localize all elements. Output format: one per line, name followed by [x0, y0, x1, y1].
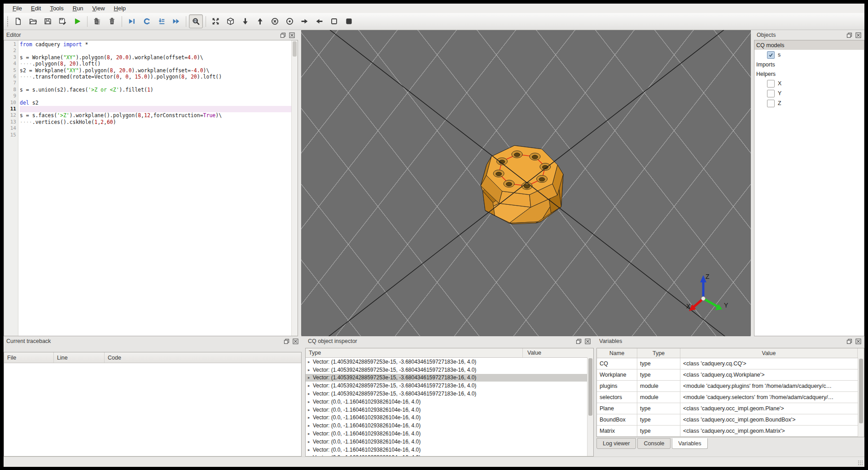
traceback-column-file[interactable]: File — [4, 352, 54, 363]
tree-group-imports[interactable]: Imports — [754, 60, 864, 69]
resize-grip[interactable] — [858, 460, 863, 466]
expand-arrow-icon[interactable]: ▸ — [308, 360, 313, 364]
inspector-row[interactable]: ▸Vector: (0.0, -1.1604610293826104e-16, … — [306, 398, 593, 406]
code-line[interactable]: 8s = s.union(s2).faces('>Z or <Z').fille… — [4, 87, 291, 93]
inspector-row[interactable]: ▸Vector: (0.0, -1.1604610293826104e-16, … — [306, 414, 593, 422]
toolbar-handle[interactable] — [6, 16, 9, 27]
expand-arrow-icon[interactable]: ▸ — [308, 383, 313, 388]
menu-edit[interactable]: Edit — [26, 4, 45, 13]
tab-console[interactable]: Console — [637, 438, 671, 449]
variable-row-cq[interactable]: CQtype<class 'cadquery.cq.CQ'> — [597, 358, 864, 369]
expand-arrow-icon[interactable]: ▸ — [308, 415, 313, 420]
close-icon[interactable] — [584, 338, 591, 345]
menu-run[interactable]: Run — [68, 4, 88, 13]
menu-tools[interactable]: Tools — [45, 4, 68, 13]
code-line[interactable]: 12s = s.faces('>Z').workplane().polygon(… — [4, 112, 291, 119]
expand-arrow-icon[interactable]: ▸ — [308, 400, 313, 404]
step-into-button[interactable] — [154, 14, 168, 28]
traceback-column-line[interactable]: Line — [54, 352, 105, 363]
screenshot-button[interactable] — [189, 14, 203, 28]
front-view-button[interactable] — [268, 14, 282, 28]
tree-item-s[interactable]: s — [754, 50, 864, 60]
splitter[interactable] — [751, 30, 754, 336]
inspector-scrollbar[interactable] — [587, 357, 593, 456]
float-icon[interactable] — [575, 338, 582, 345]
variable-row-plugins[interactable]: pluginsmodule<module 'cadquery.plugins' … — [597, 381, 864, 392]
tree-group-cq-models[interactable]: CQ models — [754, 40, 864, 50]
step-button[interactable] — [140, 14, 153, 28]
continue-button[interactable] — [169, 14, 183, 28]
tab-log-viewer[interactable]: Log viewer — [596, 438, 636, 449]
expand-arrow-icon[interactable]: ▸ — [308, 368, 313, 372]
viewport-3d[interactable]: Z X Y — [301, 30, 751, 336]
variable-row-plane[interactable]: Planetype<class 'cadquery.occ_impl.geom.… — [597, 403, 864, 414]
float-icon[interactable] — [846, 32, 853, 39]
code-line[interactable]: 3s = Workplane("XY").polygon(8, 20.0).wo… — [4, 54, 291, 61]
code-line[interactable]: 14 — [4, 125, 291, 132]
editor-scrollbar[interactable] — [291, 40, 298, 336]
expand-arrow-icon[interactable]: ▸ — [308, 455, 313, 456]
inspector-row[interactable]: ▸Vector: (1.4053924288597253e-15, -3.680… — [306, 374, 593, 382]
code-line[interactable]: 4····.polygon(8, 20).loft() — [4, 61, 291, 67]
float-icon[interactable] — [280, 32, 286, 39]
tab-variables[interactable]: Variables — [672, 438, 707, 449]
checkbox-unchecked[interactable] — [767, 90, 775, 97]
inspector-row[interactable]: ▸Vector: (1.4053924288597253e-15, -3.680… — [306, 382, 593, 390]
inspector-row[interactable]: ▸Vector: (1.4053924288597253e-15, -3.680… — [306, 366, 593, 374]
tree-item-z[interactable]: Z — [754, 98, 864, 108]
menu-file[interactable]: File — [8, 4, 26, 13]
code-line[interactable]: 10del s2 — [4, 100, 291, 106]
close-icon[interactable] — [855, 338, 862, 345]
variable-row-boundbox[interactable]: BoundBoxtype<class 'cadquery.occ_impl.ge… — [597, 414, 864, 426]
save-button[interactable] — [41, 14, 55, 28]
expand-arrow-icon[interactable]: ▸ — [308, 448, 313, 452]
close-icon[interactable] — [292, 338, 299, 345]
float-icon[interactable] — [846, 338, 853, 345]
menu-help[interactable]: Help — [110, 4, 131, 13]
fit-view-button[interactable] — [209, 14, 223, 28]
iso-view-button[interactable] — [224, 14, 237, 28]
expand-arrow-icon[interactable]: ▸ — [308, 423, 313, 428]
left-view-button[interactable] — [312, 14, 326, 28]
back-view-button[interactable] — [283, 14, 297, 28]
variables-column-name[interactable]: Name — [597, 348, 637, 358]
right-view-button[interactable] — [298, 14, 311, 28]
float-icon[interactable] — [283, 338, 290, 345]
inspector-row[interactable]: ▸Vector: (1.4053924288597253e-15, -3.680… — [306, 390, 593, 398]
tree-item-y[interactable]: Y — [754, 88, 864, 98]
bottom-view-button[interactable] — [253, 14, 267, 28]
save-as-button[interactable] — [56, 14, 70, 28]
close-icon[interactable] — [855, 32, 862, 39]
expand-arrow-icon[interactable]: ▸ — [308, 391, 313, 396]
traceback-column-code[interactable]: Code — [105, 352, 301, 363]
tree-item-x[interactable]: X — [754, 79, 864, 88]
variable-row-workplane[interactable]: Workplanetype<class 'cadquery.cq.Workpla… — [597, 369, 864, 381]
inspector-row[interactable]: ▸Vector: (0.0, -1.1604610293826104e-16, … — [306, 438, 593, 446]
variables-column-type[interactable]: Type — [637, 348, 680, 358]
code-line[interactable]: 15 — [4, 132, 291, 138]
inspector-row[interactable]: ▸Vector: (0.0, -1.1604610293826104e-16, … — [306, 406, 593, 414]
code-line[interactable]: 9 — [4, 93, 291, 99]
variable-row-selectors[interactable]: selectorsmodule<module 'cadquery.selecto… — [597, 392, 864, 403]
checkbox-checked[interactable] — [767, 51, 775, 59]
variables-scrollbar[interactable] — [858, 358, 864, 437]
expand-arrow-icon[interactable]: ▸ — [308, 439, 313, 444]
render-button[interactable] — [70, 14, 84, 28]
code-line[interactable]: 7 — [4, 80, 291, 86]
tree-group-helpers[interactable]: Helpers — [754, 69, 864, 79]
expand-arrow-icon[interactable]: ▸ — [308, 408, 313, 412]
variable-row-matrix[interactable]: Matrixtype<class 'cadquery.occ_impl.geom… — [597, 426, 864, 437]
code-line[interactable]: 6····.transformed(rotate=Vector(0, 0, 15… — [4, 74, 291, 80]
splitter[interactable] — [298, 30, 301, 336]
code-editor[interactable]: 1from cadquery import *2 3s = Workplane(… — [4, 40, 298, 336]
inspector-column-value[interactable]: Value — [523, 348, 593, 357]
inspector-row[interactable]: ▸Vector: (0.0, -1.1604610293826104e-16, … — [306, 422, 593, 430]
checkbox-unchecked[interactable] — [767, 100, 775, 107]
delete-all-button[interactable] — [105, 14, 119, 28]
shaded-button[interactable] — [342, 14, 356, 28]
delete-button[interactable] — [90, 14, 104, 28]
inspector-row[interactable]: ▸Vector: (1.4053924288597253e-15, -3.680… — [306, 358, 593, 366]
menu-view[interactable]: View — [88, 4, 110, 13]
code-line[interactable]: 11 — [4, 106, 291, 112]
close-icon[interactable] — [289, 32, 295, 39]
